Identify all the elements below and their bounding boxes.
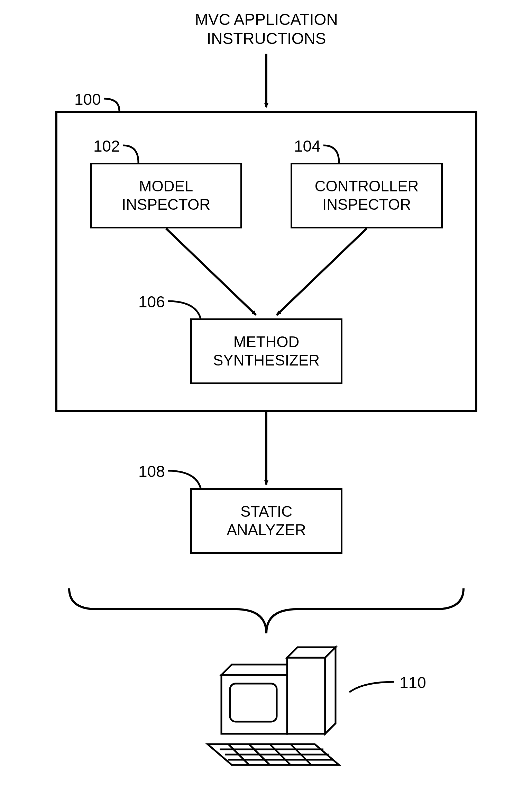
model-inspector-box: MODEL INSPECTOR bbox=[90, 163, 242, 228]
title-line1: MVC APPLICATION bbox=[156, 10, 377, 29]
ref-static-analyzer: 108 bbox=[138, 462, 165, 481]
controller-inspector-label: CONTROLLER INSPECTOR bbox=[315, 177, 419, 214]
title-line2: INSTRUCTIONS bbox=[156, 29, 377, 48]
ref-method-synthesizer: 106 bbox=[138, 292, 165, 311]
ref-container: 100 bbox=[74, 90, 101, 109]
computer-icon bbox=[208, 647, 339, 765]
ref-model-inspector: 102 bbox=[93, 137, 120, 155]
svg-line-7 bbox=[291, 744, 311, 765]
static-analyzer-label: STATIC ANALYZER bbox=[227, 503, 306, 539]
ref-controller-inspector: 104 bbox=[294, 137, 321, 155]
static-analyzer-box: STATIC ANALYZER bbox=[190, 488, 342, 554]
svg-line-5 bbox=[249, 744, 270, 765]
svg-line-6 bbox=[270, 744, 291, 765]
method-synthesizer-label: METHOD SYNTHESIZER bbox=[213, 333, 320, 370]
leader-100 bbox=[104, 99, 119, 111]
svg-rect-0 bbox=[230, 684, 277, 722]
model-inspector-label: MODEL INSPECTOR bbox=[122, 177, 210, 214]
curly-brace bbox=[69, 588, 464, 633]
method-synthesizer-box: METHOD SYNTHESIZER bbox=[190, 318, 342, 384]
ref-computer: 110 bbox=[400, 673, 426, 692]
leader-110 bbox=[349, 682, 394, 692]
svg-line-4 bbox=[228, 744, 249, 765]
leader-108 bbox=[168, 471, 201, 488]
controller-inspector-box: CONTROLLER INSPECTOR bbox=[291, 163, 443, 228]
